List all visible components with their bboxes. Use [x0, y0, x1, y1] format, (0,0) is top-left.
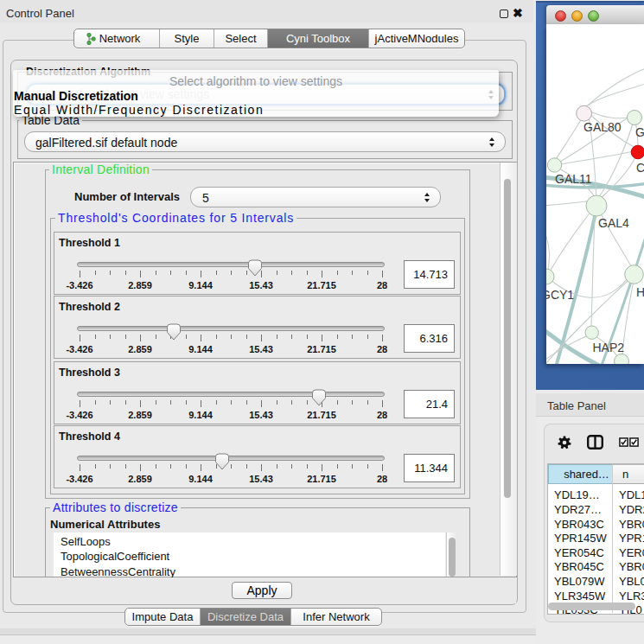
svg-text:GA: GA	[635, 125, 644, 139]
svg-text:H: H	[636, 285, 644, 299]
svg-text:GAL11: GAL11	[555, 172, 592, 186]
svg-text:HAP2: HAP2	[593, 341, 625, 354]
svg-text:GCY1: GCY1	[546, 288, 574, 302]
svg-text:C: C	[636, 161, 644, 175]
svg-text:GAL80: GAL80	[583, 120, 622, 134]
svg-text:GAL4: GAL4	[598, 216, 629, 230]
